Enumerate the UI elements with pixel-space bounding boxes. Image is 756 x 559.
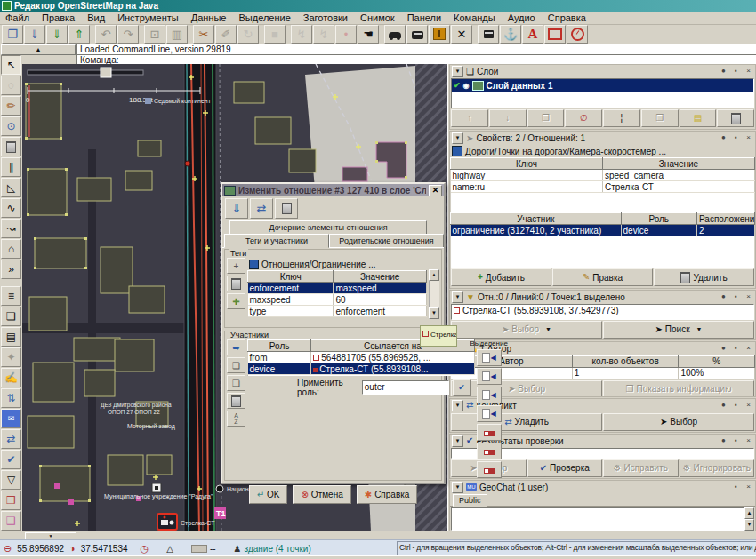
tab-tags-members[interactable]: Теги и участники bbox=[224, 234, 329, 248]
sticky-icon[interactable]: ● bbox=[719, 344, 728, 354]
close-icon[interactable]: × bbox=[744, 401, 753, 411]
collapse-icon[interactable]: ▾ bbox=[452, 482, 463, 493]
menu-tools[interactable]: Инструменты bbox=[117, 12, 179, 23]
conflict-resolve-button[interactable]: ⇄Уладить bbox=[451, 413, 602, 431]
menu-imagery[interactable]: Снимок bbox=[360, 12, 395, 23]
zoom-tool-icon[interactable]: ⊙ bbox=[1, 116, 21, 136]
tags-panel-icon[interactable]: ❏ bbox=[1, 307, 21, 326]
menu-edit[interactable]: Правка bbox=[42, 12, 75, 23]
building-tool-icon[interactable]: ⌂ bbox=[1, 239, 21, 259]
ok-button[interactable]: ↵OK bbox=[249, 485, 288, 504]
tag-row[interactable]: enforcementmaxspeed bbox=[248, 283, 427, 294]
sticky-icon[interactable]: ● bbox=[719, 401, 728, 411]
tag-row[interactable]: name:ruСтрелка-СТ bbox=[451, 181, 755, 193]
dialog-close-icon[interactable]: ✕ bbox=[429, 185, 442, 196]
save-icon[interactable]: ⇓ bbox=[24, 25, 45, 44]
car-icon[interactable] bbox=[384, 25, 406, 44]
close-icon[interactable]: × bbox=[744, 483, 753, 492]
layer-visibility-button[interactable]: ∅ bbox=[565, 109, 602, 127]
menu-presets[interactable]: Заготовки bbox=[303, 12, 348, 23]
tag-row[interactable]: maxspeed60 bbox=[248, 294, 427, 306]
select-members-icon-3[interactable]: ◀ bbox=[477, 387, 502, 403]
delete-tag-icon[interactable] bbox=[227, 276, 245, 291]
tram-icon[interactable] bbox=[478, 25, 499, 44]
select-members-icon-2[interactable]: ◀ bbox=[477, 368, 502, 385]
layer-row[interactable]: ✔ ◉ Слой данных 1 bbox=[452, 79, 753, 92]
delete-relation-icon[interactable] bbox=[275, 198, 298, 219]
upload-icon[interactable]: ⇑ bbox=[68, 25, 90, 44]
improve-accuracy-tool-icon[interactable]: ∿ bbox=[1, 198, 21, 218]
validator-panel-icon[interactable]: ✔ bbox=[1, 450, 21, 469]
apply-changes-icon[interactable]: ⇓ bbox=[225, 198, 248, 219]
update-modified-icon[interactable]: ↯ bbox=[313, 25, 334, 44]
dock-icon[interactable]: ▪ bbox=[731, 133, 741, 143]
refresh-relation-icon[interactable]: ⇄ bbox=[250, 198, 273, 219]
collapse-icon[interactable]: ▾ bbox=[452, 291, 463, 303]
menu-view[interactable]: Вид bbox=[87, 12, 105, 23]
command-stack-panel-icon[interactable]: ❒ bbox=[1, 491, 21, 510]
dock-icon[interactable]: ▪ bbox=[731, 67, 741, 76]
purge-icon[interactable]: ✐ bbox=[215, 25, 237, 44]
geochat-tab-public[interactable]: Public bbox=[453, 494, 487, 507]
menu-audio[interactable]: Аудио bbox=[508, 12, 535, 23]
authors-info-button[interactable]: ❐Показать информацию bbox=[603, 380, 754, 397]
update-data-icon[interactable]: ↯ bbox=[291, 25, 312, 44]
layers-panel-icon[interactable]: ≡ bbox=[1, 286, 21, 306]
member-tag-icon[interactable]: ❏ bbox=[227, 375, 245, 391]
tag-row[interactable]: typeenforcement bbox=[248, 306, 427, 317]
restriction-warning-icon[interactable] bbox=[429, 25, 450, 44]
selected-camera-marker[interactable] bbox=[157, 514, 177, 530]
menu-commands[interactable]: Команды bbox=[454, 12, 495, 23]
zoom-to-selection-icon[interactable]: ⊡ bbox=[144, 25, 165, 44]
sticky-icon[interactable]: ● bbox=[719, 133, 728, 143]
apply-role-input[interactable]: outer bbox=[362, 380, 449, 395]
parallel-tool-icon[interactable]: ∥ bbox=[1, 157, 21, 177]
cancel-button[interactable]: ⊗Отмена bbox=[293, 485, 350, 504]
scroll-up-icon[interactable]: ▲ bbox=[429, 269, 439, 281]
selection-select-button[interactable]: ➤Выбор▼ bbox=[451, 321, 602, 339]
selection-list[interactable]: Стрелка-СТ (55.8939108, 37.5429773) bbox=[451, 304, 754, 320]
sort-members-icon[interactable]: AZ bbox=[227, 411, 245, 427]
wharf-icon[interactable]: ⚓ bbox=[500, 25, 521, 44]
layer-visible-icon[interactable]: ◉ bbox=[463, 82, 470, 90]
layer-duplicate-button[interactable]: ❐ bbox=[527, 109, 565, 127]
apply-role-confirm-icon[interactable]: ✔ bbox=[453, 379, 471, 396]
tags-table[interactable]: КлючЗначение highwayspeed_camera name:ru… bbox=[450, 157, 755, 193]
validator-ignore-button[interactable]: ⚙Игнорировать bbox=[680, 459, 755, 477]
refresh-icon[interactable]: ↻ bbox=[237, 25, 259, 44]
tab-parents[interactable]: Родительские отношения bbox=[329, 234, 444, 247]
layer-up-button[interactable]: ↑ bbox=[451, 109, 488, 127]
collapse-icon[interactable]: ▾ bbox=[452, 435, 463, 447]
layer-opacity-button[interactable]: ¦ bbox=[603, 109, 640, 127]
collapse-icon[interactable]: ▾ bbox=[452, 400, 463, 411]
menu-file[interactable]: Файл bbox=[5, 12, 29, 23]
paste-tags-icon[interactable]: ✚ bbox=[227, 293, 245, 309]
geochat-messages[interactable] bbox=[451, 507, 744, 531]
delete-tool-icon[interactable] bbox=[1, 137, 21, 156]
membership-table[interactable]: УчастникРольРасположение ограничение (31… bbox=[450, 212, 755, 236]
layer-merge-button[interactable]: ❐ bbox=[641, 109, 679, 127]
undo-icon[interactable]: ↶ bbox=[95, 25, 117, 44]
selection-search-button[interactable]: ➤Поиск▼ bbox=[603, 321, 754, 339]
collapse-icon[interactable]: ▾ bbox=[452, 66, 463, 77]
add-tag-icon[interactable]: + bbox=[227, 258, 245, 274]
close-icon[interactable]: × bbox=[744, 436, 753, 446]
menu-help[interactable]: Справка bbox=[548, 12, 586, 23]
select-tool-icon[interactable]: ↖ bbox=[1, 55, 21, 75]
open-icon[interactable]: ❐ bbox=[2, 25, 23, 44]
layer-delete-button[interactable] bbox=[717, 109, 754, 127]
sticky-icon[interactable]: ● bbox=[719, 67, 728, 76]
close-icon[interactable]: × bbox=[744, 344, 753, 354]
lasso-tool-icon[interactable]: ◌ bbox=[1, 76, 21, 95]
close-icon[interactable]: × bbox=[744, 67, 753, 76]
dock-icon[interactable]: ▪ bbox=[731, 292, 741, 302]
validator-fix-button[interactable]: ⚙Исправить bbox=[603, 459, 679, 477]
layer-down-button[interactable]: ↓ bbox=[489, 109, 527, 127]
sticky-icon[interactable]: ● bbox=[719, 436, 728, 446]
redo-icon[interactable]: ↷ bbox=[117, 25, 139, 44]
geochat-panel-icon[interactable]: ✉ bbox=[1, 409, 21, 428]
sticky-icon[interactable]: ● bbox=[719, 292, 728, 302]
collapse-icon[interactable]: ▾ bbox=[452, 132, 463, 144]
dock-icon[interactable]: ▪ bbox=[731, 483, 741, 492]
delete-member-icon[interactable] bbox=[227, 393, 245, 409]
